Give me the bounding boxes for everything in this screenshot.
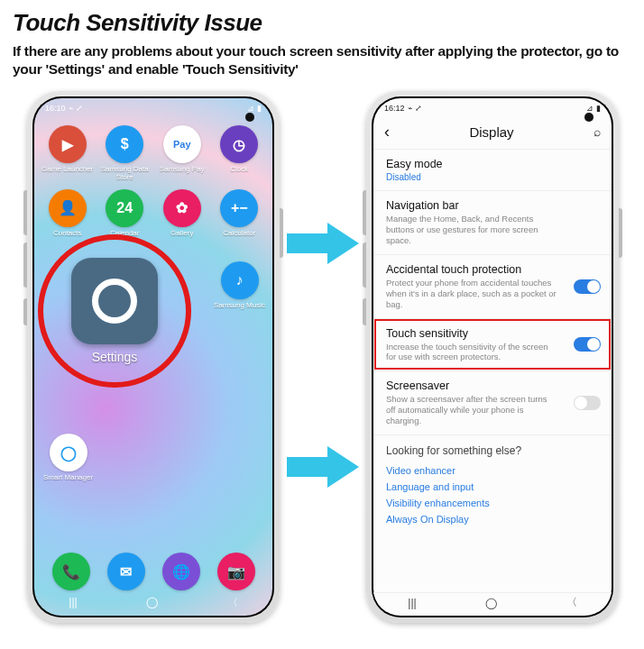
home-button[interactable]: ◯ [146, 596, 158, 608]
toggle[interactable] [574, 279, 601, 294]
back-button[interactable]: 〈 [227, 595, 238, 610]
smart-manager-app[interactable]: ◯ Smart Manager [43, 434, 93, 482]
app-calculator[interactable]: +−Calculator [212, 189, 268, 238]
app-samsung-pay[interactable]: PaySamsung Pay [154, 125, 210, 182]
svg-marker-0 [287, 223, 359, 264]
music-app[interactable]: ♪ Samsung Music [214, 261, 265, 310]
search-icon[interactable]: ⌕ [593, 124, 601, 139]
setting-screensaver[interactable]: ScreensaverShow a screensaver after the … [373, 370, 612, 434]
settings-header: ‹ Display ⌕ [373, 118, 612, 149]
highlight-circle [38, 234, 191, 388]
toggle[interactable] [574, 396, 601, 410]
setting-accidental-touch-protection[interactable]: Accidental touch protectionProtect your … [373, 254, 612, 318]
footer-link[interactable]: Always On Display [386, 511, 599, 527]
footer-link[interactable]: Video enhancer [386, 462, 599, 479]
page-subtitle: If there are any problems about your tou… [13, 42, 631, 78]
wifi-icon: ⊿ [247, 104, 254, 113]
app-game-launcher[interactable]: ▶Game Launcher [40, 125, 96, 182]
app-calendar[interactable]: 24Calendar [97, 189, 153, 238]
screen-title: Display [469, 124, 513, 140]
bluetooth-icon: ⌁ [69, 104, 73, 113]
setting-touch-sensitivity[interactable]: Touch sensitivityIncrease the touch sens… [373, 318, 612, 371]
home-phone: 16:10⌁⤢ ⊿▮ ▶Game Launcher$Samsung Data S… [27, 91, 280, 623]
arrow-icon [287, 444, 359, 489]
back-button[interactable]: 〈 [566, 595, 577, 610]
footer-link[interactable]: Language and input [386, 479, 599, 495]
svg-marker-1 [287, 446, 359, 488]
footer-title: Looking for something else? [386, 444, 599, 457]
footer-link[interactable]: Visibility enhancements [386, 495, 599, 511]
arrow-icon [287, 221, 359, 266]
dock: 📞✉🌐📷 [34, 553, 272, 590]
footer-links: Looking for something else? Video enhanc… [373, 434, 612, 536]
dock-app[interactable]: ✉ [107, 553, 145, 590]
recents-button[interactable]: ||| [69, 596, 77, 608]
status-bar: 16:12⌁⤢ ⊿▮ [373, 98, 612, 118]
app-gallery[interactable]: ✿Gallery [154, 189, 210, 238]
nav-bar: ||| ◯ 〈 [34, 592, 272, 612]
page-title: Touch Sensitivity Issue [13, 9, 631, 37]
app-contacts[interactable]: 👤Contacts [40, 189, 96, 238]
home-button[interactable]: ◯ [485, 597, 497, 609]
nav-bar: ||| ◯ 〈 [373, 592, 612, 612]
signal-icon: ▮ [257, 104, 262, 113]
app-clock[interactable]: ◷Clock [212, 125, 268, 182]
dock-app[interactable]: 📷 [217, 553, 255, 590]
setting-easy-mode[interactable]: Easy modeDisabled [373, 149, 612, 190]
dock-app[interactable]: 🌐 [162, 553, 200, 590]
toggle[interactable] [574, 337, 601, 352]
app-samsung-data-store[interactable]: $Samsung Data Store [97, 125, 153, 182]
recents-button[interactable]: ||| [408, 597, 416, 609]
setting-navigation-bar[interactable]: Navigation barManage the Home, Back, and… [373, 190, 612, 254]
app-row: 👤Contacts24Calendar✿Gallery+−Calculator [34, 182, 272, 238]
app-row: ▶Game Launcher$Samsung Data StorePaySams… [34, 118, 272, 182]
dock-app[interactable]: 📞 [52, 553, 90, 590]
status-bar: 16:10⌁⤢ ⊿▮ [34, 98, 272, 118]
settings-phone: 16:12⌁⤢ ⊿▮ ‹ Display ⌕ Easy modeDisabled… [366, 91, 619, 623]
back-button[interactable]: ‹ [384, 123, 390, 142]
